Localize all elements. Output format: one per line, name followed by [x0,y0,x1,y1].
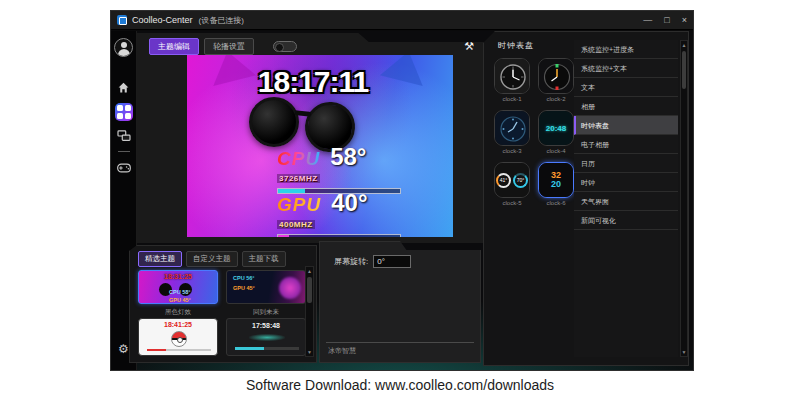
menu-item-album[interactable]: 相册 [574,97,678,116]
clock-widget-4[interactable]: 20:48 [538,110,574,146]
menu-item-clock-dial[interactable]: 时钟表盘 [574,116,678,135]
menu-item-text[interactable]: 文本 [574,78,678,97]
widgets-panel: 时钟表盘 clock-1 clock-2 20:48 clock-3 clock… [483,31,689,366]
theme-thumbnail-dark[interactable]: 17:58:48 [226,318,306,356]
thumb2-gpu: GPU 45° [233,285,255,291]
screen-rotation-panel: 屏幕旋转: 冰帝智慧 [319,241,481,363]
clock-widget-1-label: clock-1 [494,96,530,102]
clock-widget-6[interactable]: 32 20 [538,162,574,198]
preview-clock: 18:17:11 [187,65,439,99]
module-menu: 系统监控+进度条 系统监控+文本 文本 相册 时钟表盘 电子相册 日历 时钟 天… [574,40,678,357]
editor-tabs: 主题编辑 轮播设置 [149,38,297,55]
minimize-button[interactable]: — [643,11,652,30]
thumb3-slider [147,349,211,351]
app-icon [117,15,127,25]
theme-label-1: 黑色灯效 [138,308,218,317]
menu-scroll-down-icon[interactable]: ▼ [682,348,687,356]
home-icon[interactable] [116,79,132,95]
thumb2-art [279,277,301,299]
clock-widget-1[interactable] [494,58,530,94]
pokeball-icon [171,331,187,347]
themes-scroll-thumb[interactable] [307,277,312,303]
clock-widget-2[interactable] [538,58,574,94]
tab-theme-edit[interactable]: 主题编辑 [149,38,199,55]
menu-item-clock[interactable]: 时钟 [574,173,678,192]
gamepad-icon[interactable] [116,160,132,176]
device-status: (设备已连接) [199,15,244,26]
menu-scrollbar[interactable]: ▲ ▼ [680,40,688,357]
cpu-label: CPU [277,150,320,167]
gpu-frequency: 400MHZ [277,220,315,229]
brand-footer: 冰帝智慧 [328,346,356,356]
clock-widget-4-label: clock-4 [538,148,574,154]
scroll-up-icon[interactable]: ▲ [307,267,312,275]
theme-thumbnail-pokeball[interactable]: 18:41:25 [138,318,218,356]
clock-widget-6-display: 32 20 [539,163,573,197]
window-body: ⚙ 主题编辑 轮播设置 ⚒ 18:17:11 [111,31,693,370]
gpu-label: GPU [277,196,321,213]
tools-icon[interactable]: ⚒ [464,40,474,53]
menu-scroll-thumb[interactable] [682,51,686,89]
clock-widget-6-label: clock-6 [538,200,574,206]
theme-thumbnail-cat[interactable]: 18:31:25 CPU 58° GPU 45° [138,270,218,304]
cpu-frequency: 3726MHZ [277,174,320,183]
thumb1-cpu: CPU 58° [169,289,190,295]
menu-item-monitor-text[interactable]: 系统监控+文本 [574,59,678,78]
themes-tabs: 精选主题 自定义主题 主题下载 [138,251,316,267]
themes-nav-icon[interactable] [115,103,133,121]
maximize-button[interactable]: □ [664,11,669,30]
sidebar-divider [118,151,130,152]
thumb1-gpu: GPU 45° [169,297,191,303]
tab-custom-themes[interactable]: 自定义主题 [186,251,238,267]
page: Coolleo-Center (设备已连接) — □ × [0,0,800,400]
tab-featured-themes[interactable]: 精选主题 [138,251,182,267]
download-caption: Software Download: www.coolleo.com/downl… [0,377,800,393]
settings-gear-icon[interactable]: ⚙ [118,342,129,356]
window-title: Coolleo-Center [132,15,193,25]
close-button[interactable]: × [682,11,687,30]
app-window: Coolleo-Center (设备已连接) — □ × [110,10,694,371]
menu-scroll-up-icon[interactable]: ▲ [682,41,687,49]
cpu-readout: CPU 58° 3726MHZ [277,147,401,194]
tab-theme-download[interactable]: 主题下载 [242,251,286,267]
clock-widget-3[interactable] [494,110,530,146]
screens-icon[interactable] [116,128,132,144]
cpu-temp: 58° [330,147,366,167]
clock-widget-5[interactable]: 41° 70° [494,162,530,198]
thumb4-time: 17:58:48 [227,322,305,329]
menu-item-weather[interactable]: 天气界面 [574,192,678,211]
menu-item-news[interactable]: 新闻可视化 [574,211,678,230]
footer-divider [326,342,474,343]
themes-scrollbar[interactable]: ▲ ▼ [305,266,314,357]
gauge-right: 70° [513,173,528,188]
clock-widget-3-label: clock-3 [494,148,530,154]
gpu-load-bar [277,234,401,237]
theme-thumbnail-cyber[interactable]: CPU 56° GPU 45° [226,270,306,304]
menu-item-monitor-progressbar[interactable]: 系统监控+进度条 [574,40,678,59]
clock-widget-5-gauges: 41° 70° [495,163,529,197]
rotation-input[interactable] [373,255,411,268]
widgets-title: 时钟表盘 [498,40,534,51]
thumb4-progress [235,347,299,350]
theme-label-2: 回到未来 [226,308,306,317]
menu-item-calendar[interactable]: 日历 [574,154,678,173]
thumb3-time: 18:41:25 [139,321,217,328]
user-avatar[interactable] [114,38,133,57]
titlebar: Coolleo-Center (设备已连接) — □ × [111,11,693,30]
themes-panel: 精选主题 自定义主题 主题下载 18:31:25 CPU 58° GPU 45°… [129,245,317,363]
clock-widget-5-label: clock-5 [494,200,530,206]
tab-carousel-settings[interactable]: 轮播设置 [204,38,254,55]
clock-widget-4-time: 20:48 [539,111,573,145]
clock-widget-2-label: clock-2 [538,96,574,102]
rotation-label: 屏幕旋转: [334,256,368,267]
carousel-toggle[interactable] [273,41,297,52]
menu-item-digital-album[interactable]: 电子相册 [574,135,678,154]
theme-editor-panel: 主题编辑 轮播设置 ⚒ 18:17:11 CPU [137,33,483,243]
clock6-bottom-value: 20 [551,180,561,189]
gpu-readout: GPU 40° 400MHZ [277,193,401,237]
gpu-temp: 40° [331,193,367,213]
sunglasses-left-lens [249,97,299,147]
scroll-down-icon[interactable]: ▼ [307,348,312,356]
gauge-left: 41° [496,173,511,188]
gpu-load-fill [278,235,289,237]
